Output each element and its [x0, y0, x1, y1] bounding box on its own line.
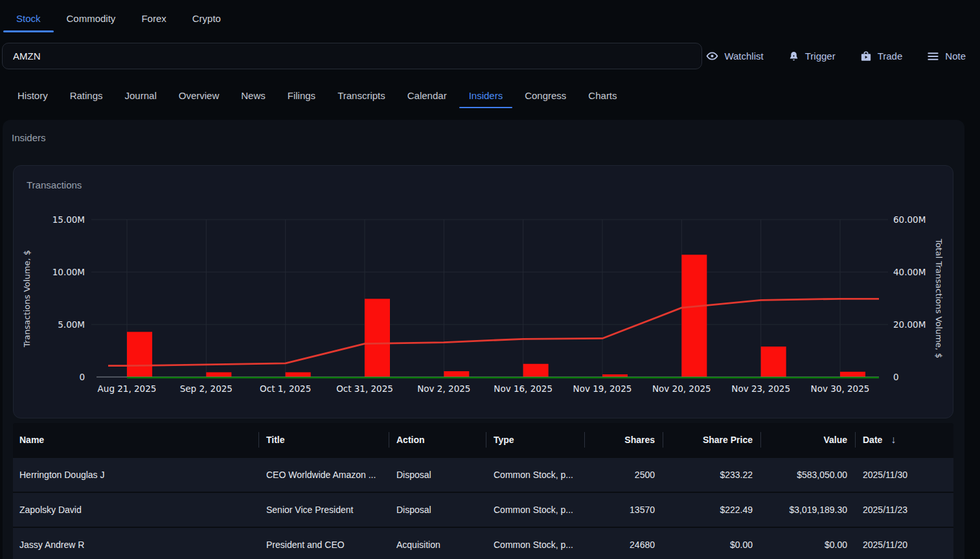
cell-value: $583,050.00	[760, 458, 855, 492]
svg-text:Nov 19, 2025: Nov 19, 2025	[573, 383, 632, 394]
tab-insiders[interactable]: Insiders	[458, 80, 514, 110]
tab-ratings[interactable]: Ratings	[59, 80, 114, 110]
column-header-name[interactable]: Name	[13, 423, 258, 457]
bar	[761, 347, 786, 377]
asset-class-tabs: StockCommodityForexCrypto	[3, 4, 234, 32]
column-header-date[interactable]: Date↓	[855, 423, 953, 457]
cell-type: Common Stock, p...	[486, 528, 584, 559]
tab-journal[interactable]: Journal	[114, 80, 168, 110]
cell-shares: 2500	[584, 458, 663, 492]
left-axis-title: Transactions Volume, $	[22, 250, 32, 348]
bar	[602, 374, 628, 377]
trigger-button[interactable]: Trigger	[788, 51, 836, 62]
watchlist-button[interactable]: Watchlist	[706, 50, 763, 62]
tab-forex[interactable]: Forex	[128, 4, 179, 32]
svg-text:15.00M: 15.00M	[52, 214, 85, 225]
table-body: Herrington Douglas JCEO Worldwide Amazon…	[13, 457, 953, 559]
column-header-shares[interactable]: Shares	[584, 423, 663, 457]
column-header-label: Shares	[624, 435, 655, 445]
trade-bag-icon	[860, 51, 872, 62]
quick-actions: WatchlistTriggerTradeNote	[706, 43, 966, 69]
tab-overview[interactable]: Overview	[168, 80, 231, 110]
bar-series	[127, 255, 865, 377]
table-row[interactable]: Jassy Andrew RPresident and CEOAcquisiti…	[13, 527, 953, 559]
cell-share-price: $222.49	[663, 493, 760, 527]
tab-stock[interactable]: Stock	[3, 4, 54, 32]
tab-filings[interactable]: Filings	[277, 80, 326, 110]
bell-icon	[788, 51, 799, 62]
cell-value: $0.00	[760, 528, 855, 559]
tab-commodity[interactable]: Commodity	[54, 4, 129, 32]
transactions-card: Transactions 15.00M10.00M5.00M060.00M40.…	[13, 165, 953, 418]
svg-text:Nov 20, 2025: Nov 20, 2025	[652, 383, 711, 394]
svg-text:20.00M: 20.00M	[893, 319, 926, 330]
table-row[interactable]: Zapolsky DavidSenior Vice PresidentDispo…	[13, 492, 953, 527]
symbol-search-input[interactable]	[2, 43, 702, 69]
action-label: Watchlist	[724, 51, 763, 62]
cell-date: 2025/11/20	[855, 528, 953, 559]
column-header-share-price[interactable]: Share Price	[663, 423, 760, 457]
svg-text:Nov 16, 2025: Nov 16, 2025	[494, 383, 553, 394]
tab-charts[interactable]: Charts	[577, 80, 628, 110]
card-title: Transactions	[27, 179, 82, 190]
bar	[681, 255, 707, 377]
table-row[interactable]: Herrington Douglas JCEO Worldwide Amazon…	[13, 457, 953, 492]
cell-shares: 13570	[584, 493, 663, 527]
cell-action: Disposal	[389, 458, 486, 492]
tab-history[interactable]: History	[6, 80, 59, 110]
note-button[interactable]: Note	[927, 51, 966, 62]
cell-type: Common Stock, p...	[486, 458, 584, 492]
sort-desc-icon[interactable]: ↓	[891, 435, 896, 445]
cell-value: $3,019,189.30	[760, 493, 855, 527]
svg-text:Oct 1, 2025: Oct 1, 2025	[260, 383, 311, 394]
cell-date: 2025/11/30	[855, 458, 953, 492]
cell-share-price: $233.22	[663, 458, 760, 492]
left-axis-tick-labels: 15.00M10.00M5.00M0	[52, 214, 85, 382]
tab-news[interactable]: News	[230, 80, 277, 110]
tab-congress[interactable]: Congress	[514, 80, 577, 110]
column-header-action[interactable]: Action	[389, 423, 486, 457]
svg-text:Oct 31, 2025: Oct 31, 2025	[336, 383, 393, 394]
cell-name: Zapolsky David	[13, 493, 258, 527]
cell-type: Common Stock, p...	[486, 493, 584, 527]
svg-text:0: 0	[893, 372, 899, 382]
bar	[840, 372, 865, 377]
cell-action: Acquisition	[389, 528, 486, 559]
trade-button[interactable]: Trade	[860, 51, 903, 62]
bar	[444, 371, 469, 377]
eye-icon	[706, 50, 718, 62]
column-header-label: Title	[266, 435, 285, 445]
cell-name: Jassy Andrew R	[13, 528, 258, 559]
bar	[365, 299, 390, 377]
svg-text:Nov 30, 2025: Nov 30, 2025	[811, 383, 870, 394]
bar	[206, 372, 231, 377]
cell-action: Disposal	[389, 493, 486, 527]
column-header-label: Value	[823, 435, 847, 445]
tab-transcripts[interactable]: Transcripts	[326, 80, 396, 110]
panel-title: Insiders	[12, 132, 46, 143]
svg-text:5.00M: 5.00M	[58, 319, 85, 330]
svg-text:Aug 21, 2025: Aug 21, 2025	[98, 383, 157, 394]
cell-date: 2025/11/23	[855, 493, 953, 527]
table-header: NameTitleActionTypeSharesShare PriceValu…	[13, 423, 953, 457]
column-header-type[interactable]: Type	[486, 423, 584, 457]
bar	[523, 364, 549, 377]
insiders-panel: Insiders Transactions 15.00M10.00M5.00M0…	[3, 120, 964, 559]
cell-title: Senior Vice President	[258, 493, 389, 527]
column-header-title[interactable]: Title	[258, 423, 389, 457]
column-header-value[interactable]: Value	[760, 423, 855, 457]
svg-text:Nov 23, 2025: Nov 23, 2025	[731, 383, 790, 394]
stock-section-tabs: HistoryRatingsJournalOverviewNewsFilings…	[6, 80, 628, 110]
tab-crypto[interactable]: Crypto	[179, 4, 234, 32]
cell-share-price: $0.00	[663, 528, 760, 559]
cell-shares: 24680	[584, 528, 663, 559]
x-axis-labels: Aug 21, 2025Sep 2, 2025Oct 1, 2025Oct 31…	[98, 383, 870, 394]
svg-text:Nov 2, 2025: Nov 2, 2025	[417, 383, 470, 394]
svg-text:0: 0	[79, 372, 85, 382]
cell-name: Herrington Douglas J	[13, 458, 258, 492]
tab-calendar[interactable]: Calendar	[396, 80, 458, 110]
app-root: StockCommodityForexCrypto WatchlistTrigg…	[0, 0, 980, 559]
column-header-label: Name	[19, 435, 44, 445]
transactions-chart: 15.00M10.00M5.00M060.00M40.00M20.00M0Tra…	[20, 208, 948, 402]
right-axis-title: Total Transactions Volume, $	[934, 238, 944, 359]
